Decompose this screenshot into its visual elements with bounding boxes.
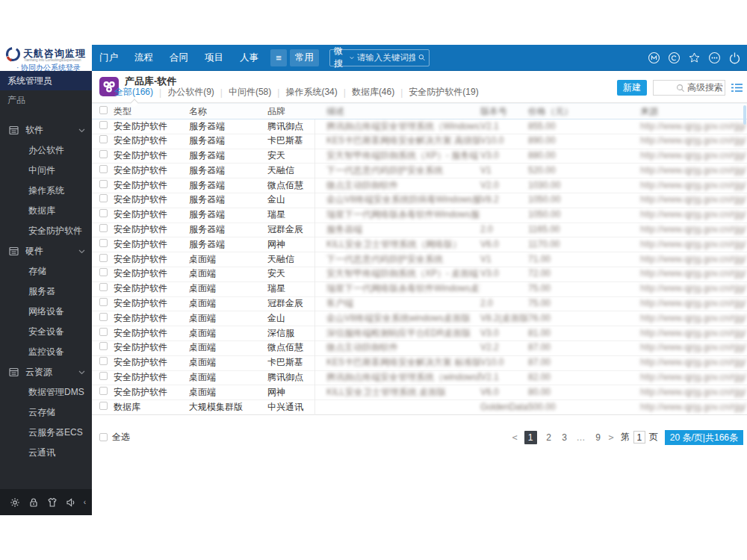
row-checkbox[interactable] [99,268,108,276]
cell-source[interactable]: http://www.qjrjg.gov.cn/rjjg/ [640,385,747,400]
table-row[interactable]: 数据库大规模集群版中兴通讯GoldenData s…500.00http://w… [92,400,747,415]
page-button-9[interactable]: 9 [595,432,602,443]
sidebar-item-1-2[interactable]: 网络设备 [0,302,92,322]
tab-4[interactable]: 数据库(46) [352,86,394,99]
nav-item-1[interactable]: 流程 [134,52,153,64]
cell-source[interactable]: http://www.qjrjg.gov.cn/rjjg/ [640,267,747,281]
sidebar-item-2-1[interactable]: 云存储 [0,402,92,423]
sidebar-section-product[interactable]: 产品 [0,90,92,111]
sidebar-item-0-0[interactable]: 办公软件 [0,140,92,161]
page-button-3[interactable]: 3 [561,432,568,443]
row-checkbox[interactable] [99,342,108,350]
row-checkbox[interactable] [99,209,108,217]
nav-item-0[interactable]: 门户 [99,52,118,64]
prev-page-button[interactable]: < [512,432,517,443]
table-row[interactable]: 安全防护软件服务器端瑞星瑞星下一代网络版杀毒软件Windows服务器版1050.… [92,208,747,223]
cell-source[interactable]: http://www.qjrjg.gov.cn/rjjg/ [640,252,747,267]
row-checkbox[interactable] [99,254,108,262]
sidebar-item-0-3[interactable]: 数据库 [0,201,92,221]
column-header-3[interactable]: 描述 [326,105,480,118]
column-header-4[interactable]: 版本号 [480,105,528,118]
tab-2[interactable]: 中间件(58) [229,86,271,99]
table-row[interactable]: 安全防护软件桌面端深信服深信服终端检测响应平台EDR桌面版V3.081.00ht… [92,326,747,341]
cell-source[interactable]: http://www.qjrjg.gov.cn/rjjg/ [640,149,747,164]
cell-source[interactable]: http://www.qjrjg.gov.cn/rjjg/ [640,119,747,134]
table-row[interactable]: 安全防护软件服务器端天融信下一代恶意代码防护安全系统V1520.00http:/… [92,164,747,178]
row-checkbox[interactable] [99,150,108,158]
select-all-checkbox[interactable] [99,433,108,441]
sidebar-group-2[interactable]: 云资源 [0,362,92,382]
table-row[interactable]: 安全防护软件桌面端瑞星瑞星下一代网络版杀毒软件Windows桌面版75.00ht… [92,282,747,297]
volume-speaker-icon[interactable] [65,497,77,508]
cell-source[interactable]: http://www.qjrjg.gov.cn/rjjg/ [640,281,747,296]
row-checkbox[interactable] [99,180,108,188]
sidebar-item-2-0[interactable]: 数据管理DMS [0,382,92,402]
sidebar-item-2-2[interactable]: 云服务器ECS [0,423,92,443]
nav-item-3[interactable]: 项目 [205,52,223,64]
table-row[interactable]: 安全防护软件服务器端微点佰慧微点主动防御软件V2.01030.00http://… [92,178,747,193]
page-jump-input[interactable]: 1 [633,431,645,444]
cell-source[interactable]: http://www.qjrjg.gov.cn/rjjg/ [640,370,747,385]
column-settings-icon[interactable] [731,83,743,93]
cell-source[interactable]: http://www.qjrjg.gov.cn/rjjg/ [640,134,747,149]
column-header-5[interactable]: 价格（元） [528,105,640,118]
next-page-button[interactable]: > [609,432,614,443]
row-checkbox[interactable] [99,402,108,410]
favorites-star-icon[interactable] [688,52,701,64]
sidebar-group-1[interactable]: 硬件 [0,241,92,261]
tab-5[interactable]: 安全防护软件(19) [409,86,478,99]
sidebar-item-0-2[interactable]: 操作系统 [0,181,92,201]
nav-item-4[interactable]: 人事 [240,52,258,64]
messages-icon[interactable] [648,52,660,64]
table-row[interactable]: 安全防护软件桌面端金山金山V8终端安全系统windows桌面版V8.2(桌面版)… [92,311,747,326]
search-icon[interactable] [418,53,425,62]
sidebar-item-1-1[interactable]: 服务器 [0,281,92,302]
row-checkbox[interactable] [99,283,108,291]
row-checkbox[interactable] [99,357,108,365]
settings-gear-icon[interactable] [9,497,21,508]
cell-source[interactable]: http://www.qjrjg.gov.cn/rjjg/ [640,223,747,237]
table-row[interactable]: 安全防护软件桌面端网神KILL安全卫士管理系统 桌面版V6.080.00http… [92,385,747,400]
table-row[interactable]: 安全防护软件服务器端冠群金辰服务器端2.01165.00http://www.q… [92,223,747,238]
page-button-1[interactable]: 1 [524,431,537,444]
row-checkbox[interactable] [99,387,108,395]
table-row[interactable]: 安全防护软件服务器端金山金山V8终端安全系统防病毒Windows服务器版V8.2… [92,193,747,208]
row-checkbox[interactable] [99,135,108,143]
row-checkbox[interactable] [99,165,108,173]
search-scope-dropdown[interactable]: 微搜 [334,45,354,70]
page-size-badge[interactable]: 20 条/页|共166条 [665,430,743,445]
advanced-search-button[interactable]: 高级搜索 [687,81,727,94]
column-header-6[interactable]: 来源 [640,105,747,118]
sidebar-item-1-4[interactable]: 监控设备 [0,342,92,362]
table-row[interactable]: 安全防护软件桌面端微点佰慧微点主动防御软件V2.287.00http://www… [92,341,747,356]
sidebar-group-0[interactable]: 软件 [0,120,92,140]
row-checkbox[interactable] [99,313,108,321]
more-options-icon[interactable] [708,52,721,64]
sidebar-item-0-1[interactable]: 中间件 [0,161,92,181]
cell-source[interactable]: http://www.qjrjg.gov.cn/rjjg/ [640,193,747,208]
lock-icon[interactable] [28,497,40,508]
cell-source[interactable]: http://www.qjrjg.gov.cn/rjjg/ [640,326,747,341]
feedback-icon[interactable] [668,52,681,64]
table-row[interactable]: 安全防护软件服务器端卡巴斯基KES卡巴斯基网络安全解决方案 高级版…V10.08… [92,134,747,149]
column-header-1[interactable]: 名称 [189,105,267,118]
cell-source[interactable]: http://www.qjrjg.gov.cn/rjjg/ [640,208,747,223]
sidebar-item-2-3[interactable]: 云通讯 [0,443,92,463]
column-header-2[interactable]: 品牌 [267,105,326,118]
nav-menu-burger-icon[interactable]: ≡ [270,49,287,66]
column-header-0[interactable]: 类型 [114,105,189,118]
tab-0[interactable]: 全部(166) [114,86,153,99]
select-all-header-checkbox[interactable] [99,106,108,114]
cell-source[interactable]: http://www.qjrjg.gov.cn/rjjg/ [640,311,747,326]
sidebar-collapse-icon[interactable]: ‹ [84,498,86,506]
cell-source[interactable]: http://www.qjrjg.gov.cn/rjjg/ [640,355,747,370]
new-button[interactable]: 新建 [617,80,647,96]
page-button-2[interactable]: 2 [545,432,553,443]
cell-source[interactable]: http://www.qjrjg.gov.cn/rjjg/ [640,296,747,311]
nav-item-2[interactable]: 合同 [170,52,188,64]
tab-1[interactable]: 办公软件(9) [167,86,214,99]
tab-3[interactable]: 操作系统(34) [285,86,337,99]
sidebar-item-1-3[interactable]: 安全设备 [0,322,92,342]
row-checkbox[interactable] [99,372,108,380]
power-logout-icon[interactable] [728,52,741,64]
